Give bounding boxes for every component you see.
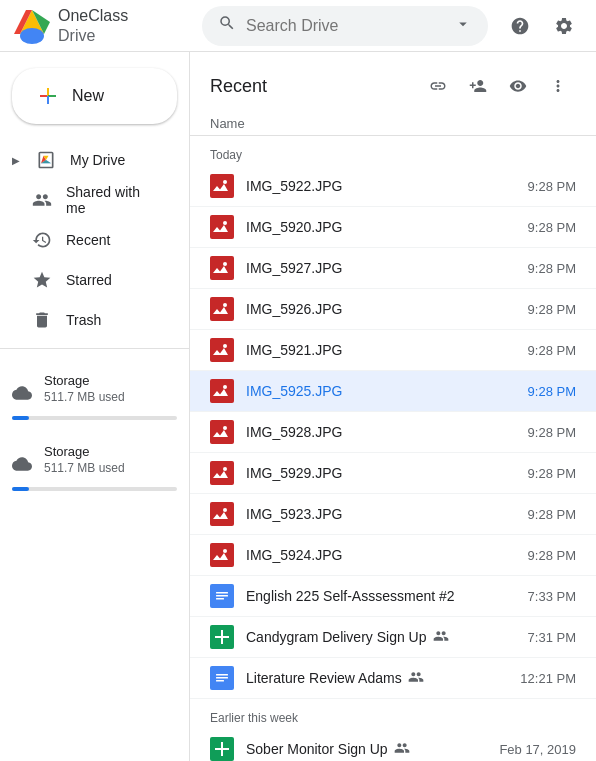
- file-icon: [210, 666, 234, 690]
- file-name: IMG_5921.JPG: [246, 342, 476, 358]
- new-button[interactable]: New: [12, 68, 177, 124]
- table-header: Name: [190, 112, 596, 136]
- sidebar-item-recent[interactable]: Recent: [0, 220, 173, 260]
- storage-bar-2: [12, 487, 177, 491]
- file-date: 9:28 PM: [476, 507, 576, 522]
- file-row[interactable]: IMG_5928.JPG 9:28 PM: [190, 412, 596, 453]
- oneclass-drive-logo: [12, 6, 52, 46]
- file-row[interactable]: IMG_5920.JPG 9:28 PM: [190, 207, 596, 248]
- svg-rect-22: [210, 461, 234, 485]
- header-actions: [500, 6, 584, 46]
- file-row[interactable]: Sober Monitor Sign Up Feb 17, 2019: [190, 729, 596, 761]
- storage-bar-fill-2: [12, 487, 29, 491]
- svg-rect-31: [216, 598, 224, 600]
- file-icon: [210, 379, 234, 403]
- drive-icon: [34, 148, 58, 172]
- svg-rect-16: [210, 338, 234, 362]
- shared-icon: [408, 669, 424, 688]
- search-icon: [218, 14, 236, 37]
- search-bar[interactable]: [202, 6, 488, 46]
- files-earlier: Sober Monitor Sign Up Feb 17, 2019 Psych…: [190, 729, 596, 761]
- file-name: Sober Monitor Sign Up: [246, 740, 476, 759]
- file-name: IMG_5928.JPG: [246, 424, 476, 440]
- file-row[interactable]: IMG_5921.JPG 9:28 PM: [190, 330, 596, 371]
- file-row[interactable]: Literature Review Adams 12:21 PM: [190, 658, 596, 699]
- help-button[interactable]: [500, 6, 540, 46]
- svg-rect-24: [210, 502, 234, 526]
- storage-bar-fill-1: [12, 416, 29, 420]
- file-row[interactable]: IMG_5927.JPG 9:28 PM: [190, 248, 596, 289]
- file-row[interactable]: IMG_5924.JPG 9:28 PM: [190, 535, 596, 576]
- file-icon: [210, 584, 234, 608]
- sidebar-item-label: Shared with me: [66, 184, 161, 216]
- content-title: Recent: [210, 76, 267, 97]
- file-date: 9:28 PM: [476, 548, 576, 563]
- header: OneClass Drive: [0, 0, 596, 52]
- sidebar-item-label: Starred: [66, 272, 112, 288]
- sidebar-item-starred[interactable]: Starred: [0, 260, 173, 300]
- shared-icon: [433, 628, 449, 647]
- file-name: English 225 Self-Asssessment #2: [246, 588, 476, 604]
- file-row[interactable]: IMG_5925.JPG 9:28 PM: [190, 371, 596, 412]
- file-icon: [210, 420, 234, 444]
- sidebar-item-label: Trash: [66, 312, 101, 328]
- file-icon: [210, 502, 234, 526]
- file-row[interactable]: IMG_5922.JPG 9:28 PM: [190, 166, 596, 207]
- svg-rect-10: [210, 215, 234, 239]
- file-date: 9:28 PM: [476, 179, 576, 194]
- svg-rect-29: [216, 592, 228, 594]
- file-date: 9:28 PM: [476, 343, 576, 358]
- file-icon: [210, 174, 234, 198]
- svg-rect-20: [210, 420, 234, 444]
- file-date: 9:28 PM: [476, 220, 576, 235]
- sidebar-item-label: My Drive: [70, 152, 125, 168]
- content-actions: [420, 68, 576, 104]
- shared-icon: [394, 740, 410, 759]
- settings-button[interactable]: [544, 6, 584, 46]
- file-row[interactable]: IMG_5929.JPG 9:28 PM: [190, 453, 596, 494]
- svg-rect-26: [210, 543, 234, 567]
- svg-rect-14: [210, 297, 234, 321]
- search-input[interactable]: [246, 17, 446, 35]
- expand-arrow-icon: ▶: [12, 155, 20, 166]
- file-icon: [210, 256, 234, 280]
- file-row[interactable]: Candygram Delivery Sign Up 7:31 PM: [190, 617, 596, 658]
- storage-bar-1: [12, 416, 177, 420]
- file-date: 9:28 PM: [476, 425, 576, 440]
- sidebar-item-trash[interactable]: Trash: [0, 300, 173, 340]
- more-options-button[interactable]: [540, 68, 576, 104]
- col-name-header: Name: [210, 116, 576, 131]
- file-icon: [210, 737, 234, 761]
- preview-button[interactable]: [500, 68, 536, 104]
- link-button[interactable]: [420, 68, 456, 104]
- file-date: 9:28 PM: [476, 384, 576, 399]
- star-icon: [30, 268, 54, 292]
- file-date: 9:28 PM: [476, 261, 576, 276]
- file-date: 7:31 PM: [476, 630, 576, 645]
- file-icon: [210, 297, 234, 321]
- section-earlier-label: Earlier this week: [190, 699, 596, 729]
- svg-rect-36: [216, 674, 228, 676]
- file-row[interactable]: IMG_5926.JPG 9:28 PM: [190, 289, 596, 330]
- file-name: IMG_5922.JPG: [246, 178, 476, 194]
- storage-section-1: Storage 511.7 MB used: [0, 357, 189, 428]
- file-row[interactable]: IMG_5923.JPG 9:28 PM: [190, 494, 596, 535]
- section-today-label: Today: [190, 136, 596, 166]
- search-dropdown-arrow[interactable]: [454, 15, 472, 36]
- file-icon: [210, 338, 234, 362]
- svg-point-27: [223, 549, 227, 553]
- svg-rect-12: [210, 256, 234, 280]
- sidebar-item-my-drive[interactable]: ▶ My Drive: [0, 140, 173, 180]
- file-row[interactable]: English 225 Self-Asssessment #2 7:33 PM: [190, 576, 596, 617]
- sidebar-item-shared[interactable]: Shared with me: [0, 180, 173, 220]
- file-date: Feb 17, 2019: [476, 742, 576, 757]
- svg-rect-38: [216, 680, 224, 682]
- file-name: IMG_5924.JPG: [246, 547, 476, 563]
- content-header: Recent: [190, 52, 596, 112]
- files-today: IMG_5922.JPG 9:28 PM IMG_5920.JPG 9:28 P…: [190, 166, 596, 699]
- trash-icon: [30, 308, 54, 332]
- file-name: IMG_5920.JPG: [246, 219, 476, 235]
- svg-point-11: [223, 221, 227, 225]
- sidebar-divider: [0, 348, 189, 349]
- add-person-button[interactable]: [460, 68, 496, 104]
